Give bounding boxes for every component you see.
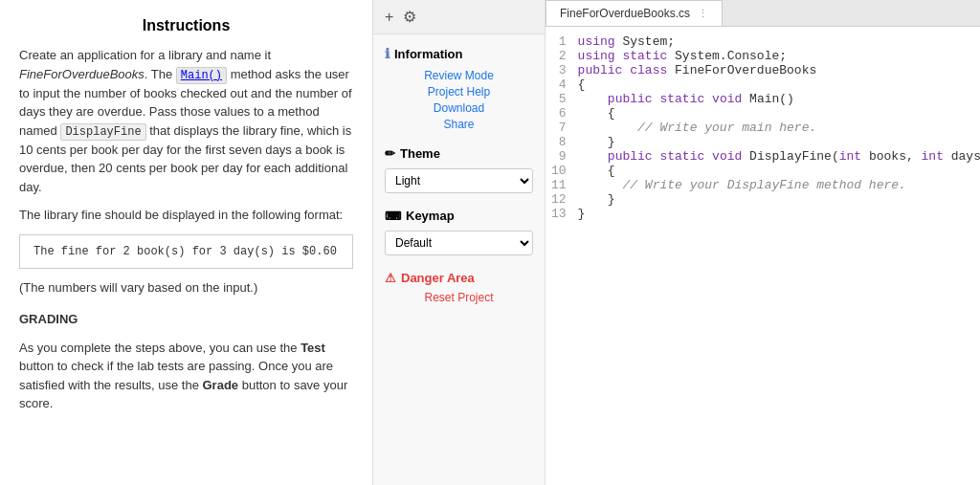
information-section-title: ℹ Information (385, 46, 533, 61)
line-content-5: public static void Main() (578, 92, 980, 106)
information-section: ℹ Information Review Mode Project Help D… (385, 46, 533, 131)
line-content-1: using System; (578, 34, 980, 49)
code-line-5: 5 public static void Main() (546, 92, 980, 106)
editor-tab[interactable]: FineForOverdueBooks.cs ⋮ (546, 0, 723, 26)
settings-toolbar: + ⚙ (373, 0, 545, 34)
code-line-4: 4 { (546, 77, 980, 92)
line-number-10: 10 (546, 164, 578, 178)
main-method-link[interactable]: Main() (176, 67, 227, 84)
theme-section-title: ✏ Theme (385, 146, 533, 161)
danger-title: ⚠ Danger Area (385, 271, 533, 285)
settings-panel: + ⚙ ℹ Information Review Mode Project He… (373, 0, 546, 485)
keyboard-icon: ⌨ (385, 209, 401, 223)
theme-select[interactable]: Light Dark Monokai Solarized (385, 168, 533, 193)
line-number-4: 4 (546, 77, 578, 92)
download-link[interactable]: Download (434, 101, 484, 115)
line-content-8: } (578, 135, 980, 149)
display-fine-inline: DisplayFine (60, 123, 145, 141)
warning-icon: ⚠ (385, 271, 396, 285)
line-content-9: public static void DisplayFine(int books… (578, 149, 980, 164)
line-number-7: 7 (546, 121, 578, 135)
line-number-1: 1 (546, 34, 578, 49)
line-number-5: 5 (546, 92, 578, 106)
danger-section: ⚠ Danger Area Reset Project (385, 271, 533, 304)
line-content-13: } (578, 207, 980, 221)
pencil-icon: ✏ (385, 146, 395, 161)
line-number-6: 6 (546, 106, 578, 121)
instructions-paragraph-2: The library fine should be displayed in … (19, 206, 353, 225)
line-content-7: // Write your main here. (578, 121, 980, 135)
code-line-11: 11 // Write your DisplayFine method here… (546, 178, 980, 192)
keymap-section-title: ⌨ Keymap (385, 209, 533, 223)
theme-section: ✏ Theme Light Dark Monokai Solarized (385, 146, 533, 193)
editor-body[interactable]: 1 using System; 2 using static System.Co… (546, 27, 980, 485)
code-line-9: 9 public static void DisplayFine(int boo… (546, 149, 980, 164)
information-links: Review Mode Project Help Download Share (385, 69, 533, 131)
line-content-3: public class FineForOverdueBooks (578, 63, 980, 77)
grading-title: GRADING (19, 310, 353, 329)
instructions-paragraph-1: Create an application for a library and … (19, 46, 353, 196)
line-content-2: using static System.Console; (578, 49, 980, 63)
code-line-7: 7 // Write your main here. (546, 121, 980, 135)
code-lines: 1 using System; 2 using static System.Co… (546, 27, 980, 229)
code-line-1: 1 using System; (546, 34, 980, 49)
keymap-section: ⌨ Keymap Default Vim Emacs (385, 209, 533, 255)
code-line-10: 10 { (546, 164, 980, 178)
code-line-6: 6 { (546, 106, 980, 121)
instructions-note: (The numbers will vary based on the inpu… (19, 278, 353, 298)
line-number-12: 12 (546, 192, 578, 207)
line-content-6: { (578, 106, 980, 121)
code-line-13: 13 } (546, 207, 980, 221)
gear-button[interactable]: ⚙ (403, 8, 416, 26)
instructions-panel: Instructions Create an application for a… (0, 0, 373, 485)
line-number-3: 3 (546, 63, 578, 77)
line-number-13: 13 (546, 207, 578, 221)
line-number-8: 8 (546, 135, 578, 149)
editor-panel: FineForOverdueBooks.cs ⋮ 1 using System;… (546, 0, 980, 485)
code-line-8: 8 } (546, 135, 980, 149)
line-number-11: 11 (546, 178, 578, 192)
add-button[interactable]: + (385, 9, 393, 26)
info-icon: ℹ (385, 46, 390, 61)
tab-filename: FineForOverdueBooks.cs (560, 7, 690, 20)
keymap-select[interactable]: Default Vim Emacs (385, 231, 533, 255)
line-content-4: { (578, 77, 980, 92)
line-content-10: { (578, 164, 980, 178)
project-help-link[interactable]: Project Help (428, 85, 490, 99)
settings-content: ℹ Information Review Mode Project Help D… (373, 34, 545, 485)
line-content-12: } (578, 192, 980, 207)
editor-tabs: FineForOverdueBooks.cs ⋮ (546, 0, 980, 27)
line-content-11: // Write your DisplayFine method here. (578, 178, 980, 192)
line-number-9: 9 (546, 149, 578, 164)
line-number-2: 2 (546, 49, 578, 63)
code-line-12: 12 } (546, 192, 980, 207)
review-mode-link[interactable]: Review Mode (424, 69, 494, 82)
format-example: The fine for 2 book(s) for 3 day(s) is $… (19, 234, 353, 269)
instructions-title: Instructions (19, 17, 353, 34)
grading-text: As you complete the steps above, you can… (19, 339, 353, 413)
code-line-3: 3 public class FineForOverdueBooks (546, 63, 980, 77)
share-link[interactable]: Share (443, 118, 474, 131)
reset-project-link[interactable]: Reset Project (385, 291, 533, 304)
tab-close-icon[interactable]: ⋮ (698, 8, 708, 20)
code-line-2: 2 using static System.Console; (546, 49, 980, 63)
